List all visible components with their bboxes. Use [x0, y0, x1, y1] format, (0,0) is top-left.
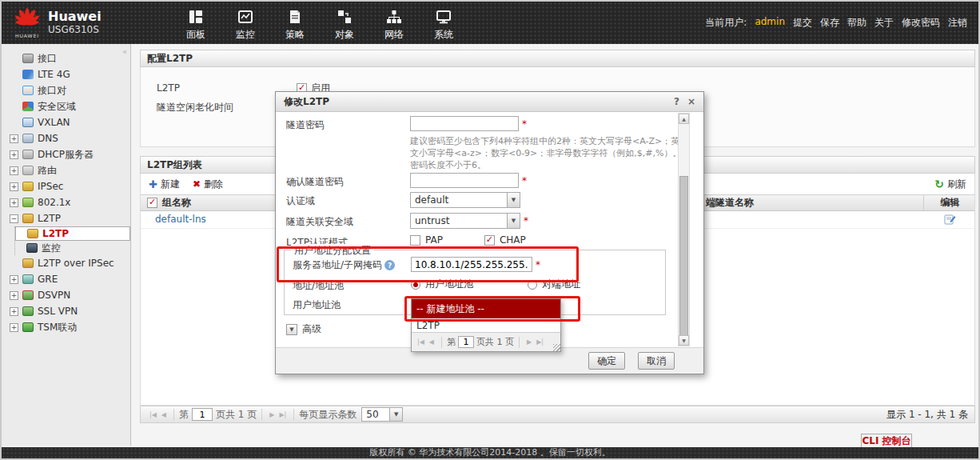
dns-icon	[22, 134, 34, 143]
next-page-icon[interactable]: ▶	[527, 338, 532, 346]
select-all-checkbox[interactable]: ✓	[147, 198, 157, 208]
nav-object[interactable]: 对象	[320, 5, 369, 42]
ok-button[interactable]: 确定	[588, 352, 625, 370]
pager-page-label: 第	[447, 336, 456, 348]
sidebar-item-dsvpn[interactable]: + DSVPN	[2, 287, 130, 303]
sidebar-collapse-icon[interactable]: «	[122, 47, 127, 56]
monitor-screen-icon	[26, 243, 38, 253]
prev-page-icon[interactable]: ◀	[429, 338, 434, 346]
refresh-button[interactable]: ↻ 刷新	[934, 178, 966, 191]
chap-checkbox[interactable]: ✓	[484, 235, 495, 246]
security-zone-select[interactable]: untrust ▼	[410, 213, 520, 229]
vxlan-icon	[22, 118, 34, 127]
scrollbar-thumb[interactable]	[679, 176, 688, 336]
new-button[interactable]: ✚ 新建	[149, 178, 180, 191]
menu-commit[interactable]: 提交	[793, 16, 812, 30]
sidebar-item-vxlan[interactable]: VXLAN	[2, 114, 130, 130]
menu-about[interactable]: 关于	[874, 16, 894, 30]
edit-icon[interactable]	[944, 214, 956, 227]
first-page-icon[interactable]: |◀	[149, 411, 157, 418]
pap-label: PAP	[425, 234, 443, 246]
page-number-input[interactable]	[192, 408, 213, 421]
sidebar-item-l2tp-monitor[interactable]: 监控	[15, 241, 130, 255]
last-page-icon[interactable]: ▶|	[279, 411, 286, 418]
table-pagination-bar: |◀ ◀ 第 页共 1 页 ▶ ▶| 每页显示条数 50 ▼ 显示 1 - 1,…	[140, 406, 975, 423]
security-zone-row: untrust ▼ *	[410, 213, 528, 229]
dropdown-option-new-pool[interactable]: -- 新建地址池 --	[412, 299, 560, 318]
config-panel-header: 配置L2TP	[140, 50, 975, 67]
expand-plus-icon[interactable]: +	[10, 166, 18, 175]
dropdown-pager: |◀ ◀ 第 页共 1 页 ▶ ▶|	[412, 332, 560, 351]
dialog-close-icon[interactable]: ×	[687, 96, 695, 107]
sidebar-item-route[interactable]: + 路由	[2, 162, 130, 178]
expand-plus-icon[interactable]: +	[10, 307, 18, 316]
expand-plus-icon[interactable]: +	[10, 275, 18, 284]
prev-page-icon[interactable]: ◀	[161, 411, 166, 418]
sidebar-item-8021x[interactable]: + 802.1x	[2, 194, 130, 210]
expand-plus-icon[interactable]: +	[10, 198, 18, 207]
expand-plus-icon[interactable]: +	[10, 323, 18, 332]
current-user-label: 当前用户:	[705, 16, 747, 30]
tunnel-password-row: *	[410, 116, 527, 131]
sidebar-item-dhcp[interactable]: + DHCP服务器	[2, 146, 130, 162]
expand-plus-icon[interactable]: +	[10, 291, 18, 300]
sidebar-item-l2tp-over-ipsec[interactable]: L2TP over IPSec	[2, 255, 130, 271]
delete-button[interactable]: ✖ 删除	[193, 178, 223, 191]
scroll-up-icon[interactable]: ▲	[679, 114, 689, 124]
last-page-icon[interactable]: ▶|	[536, 338, 544, 346]
advanced-arrow-icon: ▼	[286, 324, 297, 335]
sidebar-item-interface-pair[interactable]: 接口对	[2, 82, 130, 98]
nav-network[interactable]: 网络	[369, 5, 419, 42]
sidebar-item-interface[interactable]: 接口	[2, 50, 130, 66]
object-icon	[320, 7, 369, 26]
help-circle-icon[interactable]: ?	[384, 260, 395, 270]
confirm-password-input[interactable]	[410, 173, 519, 188]
cancel-button[interactable]: 取消	[638, 352, 675, 370]
policy-icon	[270, 7, 320, 26]
system-icon	[419, 7, 468, 26]
nav-system[interactable]: 系统	[419, 5, 468, 42]
nav-policy[interactable]: 策略	[270, 5, 320, 42]
per-page-select[interactable]: 50 ▼	[361, 407, 403, 422]
group-name-link[interactable]: default-lns	[155, 214, 206, 225]
expand-plus-icon[interactable]: +	[10, 150, 18, 159]
scroll-down-icon[interactable]: ▼	[679, 335, 689, 346]
sidebar-item-tsm[interactable]: + TSM联动	[2, 319, 130, 335]
first-page-icon[interactable]: |◀	[417, 338, 424, 346]
pap-checkbox[interactable]	[410, 235, 420, 246]
sidebar-group-l2tp[interactable]: − L2TP	[2, 210, 130, 226]
route-icon	[22, 166, 34, 175]
sidebar-item-security-zone[interactable]: 安全区域	[2, 98, 130, 114]
pager-page-input[interactable]	[458, 336, 474, 348]
advanced-expander[interactable]: ▼ 高级	[286, 322, 321, 336]
dialog-scrollbar[interactable]: ▲ ▼	[678, 113, 690, 346]
menu-help[interactable]: 帮助	[847, 16, 866, 30]
confirm-password-row: *	[410, 173, 527, 188]
peer-address-radio[interactable]	[528, 280, 537, 290]
expand-plus-icon[interactable]: +	[10, 134, 18, 143]
dialog-titlebar: 修改L2TP ? ×	[276, 92, 703, 112]
auth-domain-select[interactable]: default ▼	[410, 192, 520, 208]
nav-monitor[interactable]: 监控	[221, 5, 270, 42]
resize-grip-icon[interactable]	[553, 344, 560, 351]
expand-plus-icon[interactable]: +	[10, 182, 18, 191]
menu-logout[interactable]: 注销	[948, 16, 967, 30]
menu-save[interactable]: 保存	[820, 16, 839, 30]
nav-dashboard[interactable]: 面板	[171, 5, 221, 42]
tunnel-password-label: 隧道密码	[286, 118, 325, 132]
dropdown-option-l2tp[interactable]: L2TP	[412, 318, 560, 332]
sidebar-item-lte4g[interactable]: LTE 4G	[2, 66, 130, 82]
sidebar-item-ipsec[interactable]: + IPSec	[2, 178, 130, 194]
server-ip-input[interactable]	[411, 257, 532, 272]
plus-icon: ✚	[149, 178, 157, 190]
sidebar-item-l2tp-selected[interactable]: L2TP	[15, 226, 130, 241]
dialog-help-icon[interactable]: ?	[674, 96, 679, 107]
sidebar-item-gre[interactable]: + GRE	[2, 271, 130, 287]
tunnel-password-input[interactable]	[410, 116, 519, 131]
user-pool-radio[interactable]	[411, 280, 420, 290]
next-page-icon[interactable]: ▶	[269, 411, 274, 418]
sidebar-item-dns[interactable]: + DNS	[2, 130, 130, 146]
menu-change-password[interactable]: 修改密码	[902, 16, 940, 30]
sidebar-item-sslvpn[interactable]: + SSL VPN	[2, 303, 130, 319]
expand-minus-icon[interactable]: −	[10, 214, 18, 223]
